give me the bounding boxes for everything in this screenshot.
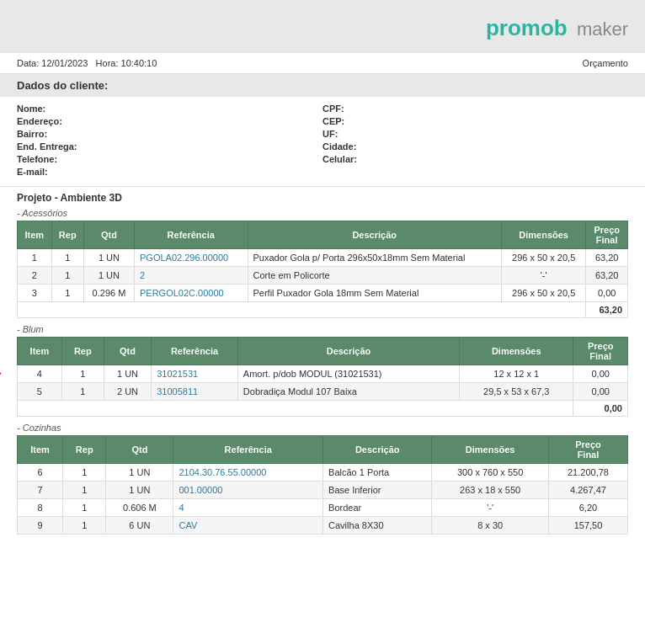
table-cozinhas: Item Rep Qtd Referência Descrição Dimens…: [17, 435, 628, 535]
logo: promob maker: [486, 15, 628, 41]
col-price: PreçoFinal: [548, 436, 627, 464]
cell-price: 0,00: [586, 285, 628, 302]
table-row: 6 1 1 UN 2104.30.76.55.00000 Balcão 1 Po…: [18, 464, 628, 482]
header: promob maker: [0, 0, 645, 53]
cell-desc: Puxador Gola p/ Porta 296x50x18mm Sem Ma…: [248, 249, 501, 267]
cell-ref: 31021531: [152, 365, 238, 383]
label-email: E-mail:: [17, 167, 93, 177]
cell-ref: 001.00000: [173, 482, 323, 499]
col-desc: Descrição: [323, 436, 432, 464]
cell-ref: CAV: [173, 517, 323, 535]
table-blum: Item Rep Qtd Referência Descrição Dimens…: [17, 337, 628, 417]
label-endereco: Endereço:: [17, 116, 93, 126]
label-cidade: Cidade:: [322, 141, 398, 152]
cell-dim: 263 x 18 x 550: [432, 482, 549, 499]
table-header-row: Item Rep Qtd Referência Descrição Dimens…: [18, 221, 628, 249]
cell-price: 4.267,47: [548, 482, 627, 499]
cell-desc: Balcão 1 Porta: [323, 464, 432, 482]
cell-rep: 1: [63, 464, 106, 482]
cell-item: 6: [18, 464, 63, 482]
subtotal-value: 63,20: [586, 302, 628, 318]
cell-item: 8: [18, 499, 63, 517]
label-celular: Celular:: [322, 154, 398, 164]
cell-item: 7: [18, 482, 63, 499]
cell-qtd: 1 UN: [104, 365, 151, 383]
cell-dim: 12 x 12 x 1: [460, 365, 573, 383]
col-qtd: Qtd: [83, 221, 134, 249]
cell-desc: Dobradiça Modul 107 Baixa: [237, 383, 459, 401]
label-cpf: CPF:: [322, 104, 398, 114]
table-header-row: Item Rep Qtd Referência Descrição Dimens…: [18, 338, 628, 365]
col-rep: Rep: [51, 221, 83, 249]
table-row: 7 1 1 UN 001.00000 Base Inferior 263 x 1…: [18, 482, 628, 499]
table-acessorios-wrapper: Item Rep Qtd Referência Descrição Dimens…: [0, 221, 645, 318]
client-section-header: Dados do cliente:: [0, 74, 645, 97]
logo-promob: promob: [486, 15, 568, 40]
cell-rep: 1: [51, 249, 83, 267]
col-price: PreçoFinal: [573, 338, 628, 365]
cell-rep: 1: [51, 285, 83, 302]
cell-rep: 1: [51, 267, 83, 285]
col-ref: Referência: [134, 221, 248, 249]
col-ref: Referência: [173, 436, 323, 464]
client-row-6: E-mail:: [17, 167, 628, 177]
label-telefone: Telefone:: [17, 154, 93, 164]
col-desc: Descrição: [237, 338, 459, 365]
col-rep: Rep: [61, 338, 104, 365]
cell-item: 9: [18, 517, 63, 535]
label-cep: CEP:: [322, 116, 398, 126]
label-uf: UF:: [322, 129, 398, 139]
label-nome: Nome:: [17, 104, 93, 114]
cell-price: 157,50: [548, 517, 627, 535]
cell-item: 3: [18, 285, 52, 302]
blum-section-wrapper: Item Rep Qtd Referência Descrição Dimens…: [0, 337, 645, 417]
cell-item: 2: [18, 267, 52, 285]
col-item: Item: [18, 221, 52, 249]
cell-desc: Corte em Policorte: [248, 267, 501, 285]
cell-price: 63,20: [586, 267, 628, 285]
col-ref: Referência: [152, 338, 238, 365]
cell-dim: 300 x 760 x 550: [432, 464, 549, 482]
cell-ref: PERGOL02C.00000: [134, 285, 248, 302]
cell-item: 5: [18, 383, 62, 401]
cell-item: ➔ 4: [18, 365, 62, 383]
cell-qtd: 0.606 M: [106, 499, 173, 517]
col-dim: Dimensões: [501, 221, 585, 249]
client-row-1: Nome: CPF:: [17, 104, 628, 114]
cell-desc: Base Inferior: [323, 482, 432, 499]
cell-desc: Bordear: [323, 499, 432, 517]
cell-dim: 296 x 50 x 20,5: [501, 249, 585, 267]
cell-qtd: 0.296 M: [83, 285, 134, 302]
col-rep: Rep: [63, 436, 106, 464]
cell-ref: 2: [134, 267, 248, 285]
cell-qtd: 1 UN: [83, 249, 134, 267]
table-row: ➔ 4 1 1 UN 31021531 Amort. p/dob MODUL (…: [18, 365, 628, 383]
cell-dim: 296 x 50 x 20,5: [501, 285, 585, 302]
col-item: Item: [18, 338, 62, 365]
cell-dim: 29,5 x 53 x 67,3: [460, 383, 573, 401]
client-row-4: End. Entrega: Cidade:: [17, 141, 628, 152]
cell-price: 0,00: [573, 383, 628, 401]
table-row: 9 1 6 UN CAV Cavilha 8X30 8 x 30 157,50: [18, 517, 628, 535]
label-endentrega: End. Entrega:: [17, 141, 93, 152]
cell-desc: Cavilha 8X30: [323, 517, 432, 535]
col-qtd: Qtd: [106, 436, 173, 464]
cell-rep: 1: [63, 499, 106, 517]
table-row: 8 1 0.606 M 4 Bordear '-' 6,20: [18, 499, 628, 517]
cell-rep: 1: [61, 383, 104, 401]
datetime: Data: 12/01/2023 Hora: 10:40:10: [17, 58, 157, 68]
label-bairro: Bairro:: [17, 129, 93, 139]
table-row: 2 1 1 UN 2 Corte em Policorte '-' 63,20: [18, 267, 628, 285]
cell-rep: 1: [61, 365, 104, 383]
col-desc: Descrição: [248, 221, 501, 249]
date-label: Data: 12/01/2023: [17, 58, 88, 68]
col-price: PreçoFinal: [586, 221, 628, 249]
subtotal-row: 63,20: [18, 302, 628, 318]
table-acessorios: Item Rep Qtd Referência Descrição Dimens…: [17, 221, 628, 318]
arrow-indicator: ➔: [0, 363, 1, 385]
cell-qtd: 6 UN: [106, 517, 173, 535]
cell-price: 21.200,78: [548, 464, 627, 482]
time-label: Hora: 10:40:10: [96, 58, 157, 68]
meta-row: Data: 12/01/2023 Hora: 10:40:10 Orçament…: [0, 53, 645, 74]
cell-price: 0,00: [573, 365, 628, 383]
